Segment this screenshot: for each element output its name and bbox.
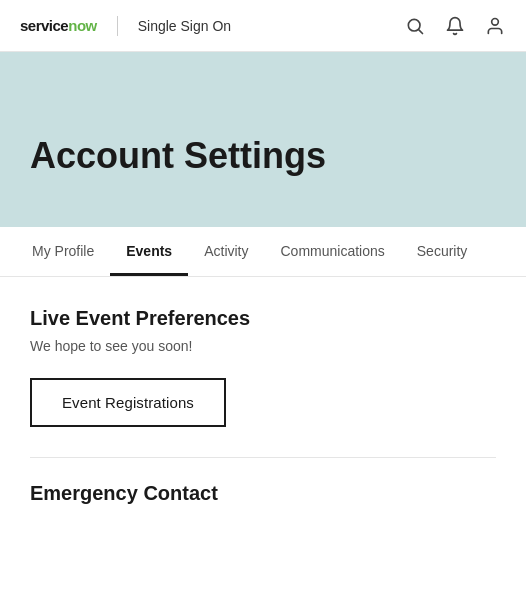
live-events-section: Live Event Preferences We hope to see yo… (30, 307, 496, 427)
search-icon[interactable] (404, 15, 426, 37)
logo-service: service (20, 17, 68, 34)
logo-now: now (68, 17, 97, 34)
tab-activity[interactable]: Activity (188, 227, 264, 276)
svg-line-1 (419, 29, 423, 33)
header: servicenow Single Sign On (0, 0, 526, 52)
bell-icon[interactable] (444, 15, 466, 37)
tab-security[interactable]: Security (401, 227, 484, 276)
live-events-subtitle: We hope to see you soon! (30, 338, 496, 354)
page-title: Account Settings (30, 134, 326, 177)
header-icons (404, 15, 506, 37)
main-content: Live Event Preferences We hope to see yo… (0, 277, 526, 525)
section-divider (30, 457, 496, 458)
tab-events[interactable]: Events (110, 227, 188, 276)
tabs-nav: My Profile Events Activity Communication… (0, 227, 526, 277)
svg-point-0 (408, 19, 420, 31)
emergency-contact-title: Emergency Contact (30, 482, 496, 505)
header-nav-title: Single Sign On (138, 18, 231, 34)
event-registrations-button[interactable]: Event Registrations (30, 378, 226, 427)
svg-point-2 (492, 18, 499, 25)
logo-text: servicenow (20, 17, 97, 34)
live-events-title: Live Event Preferences (30, 307, 496, 330)
logo[interactable]: servicenow (20, 17, 97, 34)
emergency-contact-section: Emergency Contact (30, 482, 496, 505)
hero-banner: Account Settings (0, 52, 526, 227)
tab-my-profile[interactable]: My Profile (20, 227, 110, 276)
tab-communications[interactable]: Communications (265, 227, 401, 276)
user-icon[interactable] (484, 15, 506, 37)
header-left: servicenow Single Sign On (20, 16, 231, 36)
header-divider (117, 16, 118, 36)
